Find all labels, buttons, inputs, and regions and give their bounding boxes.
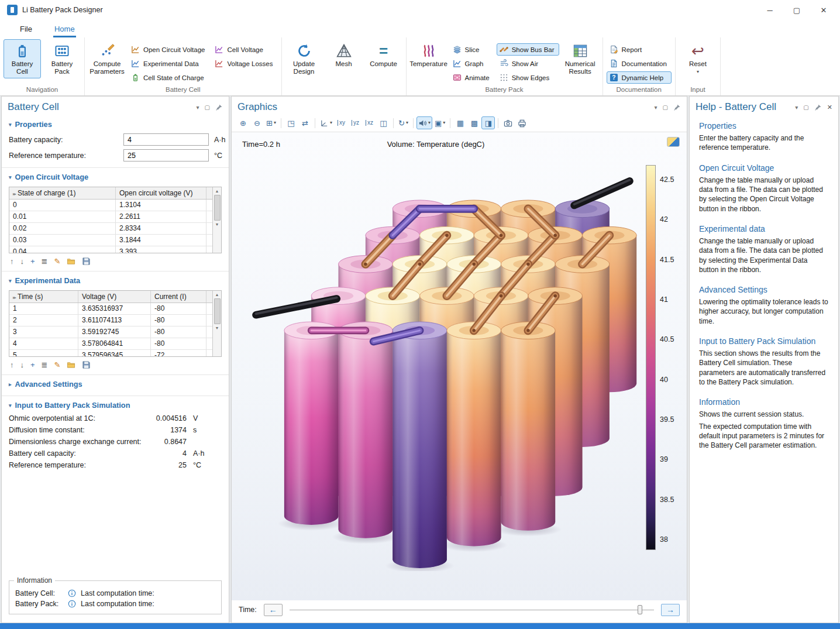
save-table-icon[interactable]	[82, 360, 91, 369]
table-scrollbar[interactable]: ▲ ▼	[212, 291, 221, 356]
move-up-button[interactable]: ↑	[10, 257, 14, 265]
panel-float-icon[interactable]: ▢	[663, 104, 668, 111]
section-properties[interactable]: ▾ Properties	[2, 115, 229, 132]
panel-menu-icon[interactable]: ▾	[197, 104, 199, 111]
time-slider[interactable]	[290, 604, 654, 616]
close-button[interactable]: ✕	[812, 2, 835, 18]
open-circuit-voltage-button[interactable]: Open Circuit Voltage	[128, 43, 209, 56]
graphics-canvas[interactable]: Time=0.2 h Volume: Temperature (degC)	[232, 132, 687, 600]
pan-button[interactable]: ⇄	[298, 116, 312, 129]
add-row-button[interactable]: +	[30, 257, 35, 265]
pin-icon[interactable]	[215, 104, 223, 111]
compute-button[interactable]: = Compute	[365, 39, 402, 71]
view-xy-button[interactable]: xy	[335, 116, 348, 129]
table-row[interactable]: 0.04 3.393	[9, 246, 221, 253]
numerical-results-button[interactable]: Numerical Results	[562, 39, 599, 78]
section-input-to-pack[interactable]: ▾ Input to Battery Pack Simulation	[2, 396, 229, 413]
orientation-button[interactable]: ▾	[318, 116, 334, 129]
help-heading-advanced-settings[interactable]: Advanced Settings	[699, 283, 829, 296]
zoom-in-button[interactable]: ⊕	[236, 116, 250, 129]
scroll-down-icon[interactable]: ▼	[215, 324, 219, 332]
delete-row-button[interactable]: ≣	[42, 257, 48, 265]
panel-close-icon[interactable]: ✕	[827, 104, 832, 111]
section-advanced-settings[interactable]: ▸ Advanced Settings	[2, 375, 229, 391]
scroll-down-icon[interactable]: ▼	[215, 221, 219, 228]
panel-menu-icon[interactable]: ▾	[795, 104, 798, 111]
table-row[interactable]: 5 3.579596345 -72	[9, 350, 221, 357]
previous-time-step-button[interactable]: ←	[264, 604, 283, 616]
maximize-button[interactable]: ▢	[785, 2, 808, 18]
zoom-out-button[interactable]: ⊖	[250, 116, 264, 129]
battery-cell-button[interactable]: Battery Cell	[4, 39, 41, 78]
move-up-button[interactable]: ↑	[10, 361, 14, 369]
slice-button[interactable]: Slice	[450, 43, 494, 56]
mirror-view-button[interactable]: ◫	[377, 116, 390, 129]
split-view-button[interactable]: ◨	[481, 116, 495, 129]
compute-parameters-button[interactable]: Compute Parameters	[88, 39, 126, 78]
scroll-up-icon[interactable]: ▲	[215, 291, 219, 298]
scroll-thumb[interactable]	[214, 195, 221, 221]
time-slider-thumb[interactable]	[638, 605, 642, 614]
graph-button[interactable]: Graph	[450, 57, 494, 70]
cell-state-of-charge-button[interactable]: Cell State of Charge	[128, 71, 209, 84]
zoom-extents-button[interactable]: ◳	[284, 116, 298, 129]
show-bus-bar-button[interactable]: Show Bus Bar	[497, 43, 559, 56]
next-time-step-button[interactable]: →	[661, 604, 680, 616]
panel-float-icon[interactable]: ▢	[205, 104, 210, 111]
help-heading-open-circuit-voltage[interactable]: Open Circuit Voltage	[699, 161, 829, 174]
battery-pack-button[interactable]: Battery Pack	[43, 39, 81, 78]
load-file-icon[interactable]	[67, 360, 75, 369]
plot-window-button[interactable]	[667, 137, 680, 147]
sound-button[interactable]: ▾	[416, 116, 432, 129]
battery-capacity-input[interactable]	[123, 133, 209, 146]
cell-voltage-button[interactable]: Cell Voltage	[212, 43, 277, 56]
add-row-button[interactable]: +	[30, 361, 35, 369]
experimental-data-button[interactable]: Experimental Data	[128, 57, 209, 70]
table-row[interactable]: 3 3.59192745 -80	[9, 326, 221, 338]
load-file-icon[interactable]	[67, 257, 75, 266]
scroll-thumb[interactable]	[214, 298, 221, 324]
update-design-button[interactable]: Update Design	[285, 39, 323, 78]
save-table-icon[interactable]	[82, 257, 91, 266]
move-down-button[interactable]: ↓	[20, 361, 25, 369]
print-button[interactable]	[515, 116, 529, 129]
table-row[interactable]: 0.03 3.1844	[9, 235, 221, 246]
rotate-view-button[interactable]: ↻▾	[397, 116, 410, 129]
menu-file[interactable]: File	[19, 22, 33, 37]
help-heading-input-to-pack[interactable]: Input to Battery Pack Simulation	[699, 334, 829, 348]
animate-button[interactable]: Animate	[450, 71, 494, 84]
edit-table-button[interactable]: ✎	[54, 257, 61, 265]
table-row[interactable]: 4 3.578064841 -80	[9, 338, 221, 350]
grid-add-button[interactable]: ▩	[467, 116, 481, 129]
voltage-losses-button[interactable]: Voltage Losses	[212, 57, 277, 70]
reference-temperature-input[interactable]	[123, 149, 209, 161]
table-row[interactable]: 0.01 2.2611	[9, 211, 221, 223]
temperature-button[interactable]: Temperature	[410, 39, 447, 71]
zoom-box-button[interactable]: ⊞▾	[264, 116, 278, 129]
table-scrollbar[interactable]: ▲ ▼	[212, 187, 221, 253]
pin-icon[interactable]	[814, 104, 822, 111]
minimize-button[interactable]: ─	[758, 2, 782, 18]
dynamic-help-button[interactable]: Dynamic Help	[607, 71, 672, 84]
table-row[interactable]: 0.02 2.8334	[9, 223, 221, 235]
pin-icon[interactable]	[673, 104, 681, 111]
table-row[interactable]: 1 3.635316937 -80	[9, 303, 221, 315]
mesh-button[interactable]: Mesh	[325, 39, 363, 71]
reset-button[interactable]: ↩ Reset ▾	[679, 39, 717, 77]
snapshot-button[interactable]	[501, 116, 515, 129]
panel-float-icon[interactable]: ▢	[803, 104, 808, 111]
view-yz-button[interactable]: yz	[349, 116, 362, 129]
table-row[interactable]: 2 3.611074113 -80	[9, 315, 221, 326]
section-open-circuit-voltage[interactable]: ▾ Open Circuit Voltage	[2, 168, 229, 184]
table-row[interactable]: 0 1.3104	[9, 200, 221, 211]
scene-settings-button[interactable]: ▣▾	[433, 116, 447, 129]
scroll-up-icon[interactable]: ▲	[215, 187, 219, 195]
report-button[interactable]: Report	[607, 43, 672, 56]
view-xz-button[interactable]: xz	[363, 116, 376, 129]
show-air-button[interactable]: Show Air	[497, 57, 559, 70]
edit-table-button[interactable]: ✎	[54, 361, 61, 369]
show-edges-button[interactable]: Show Edges	[497, 71, 559, 84]
panel-menu-icon[interactable]: ▾	[655, 104, 657, 111]
move-down-button[interactable]: ↓	[20, 257, 25, 265]
help-heading-experimental-data[interactable]: Experimental data	[699, 222, 829, 235]
